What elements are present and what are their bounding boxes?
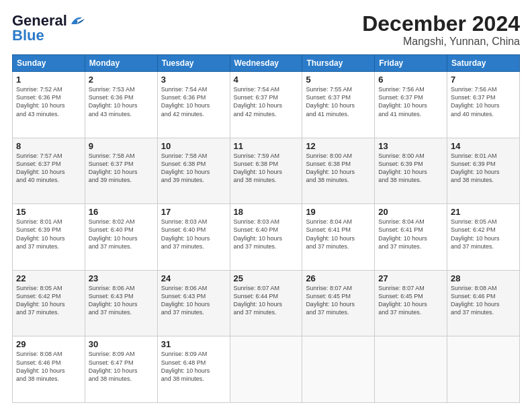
col-saturday: Saturday [447, 55, 520, 72]
table-row: 16Sunrise: 8:02 AMSunset: 6:40 PMDayligh… [85, 204, 157, 271]
table-row: 4Sunrise: 7:54 AMSunset: 6:37 PMDaylight… [230, 72, 302, 138]
day-number: 9 [89, 141, 154, 151]
day-number: 2 [89, 75, 154, 85]
day-info: Sunrise: 8:01 AMSunset: 6:39 PMDaylight:… [16, 218, 81, 250]
day-info: Sunrise: 8:04 AMSunset: 6:41 PMDaylight:… [378, 218, 443, 250]
col-sunday: Sunday [13, 55, 85, 72]
day-info: Sunrise: 8:04 AMSunset: 6:41 PMDaylight:… [306, 218, 371, 250]
table-row: 11Sunrise: 7:59 AMSunset: 6:38 PMDayligh… [230, 138, 302, 204]
table-row: 31Sunrise: 8:09 AMSunset: 6:48 PMDayligh… [157, 336, 230, 403]
table-row: 15Sunrise: 8:01 AMSunset: 6:39 PMDayligh… [13, 204, 85, 271]
day-number: 12 [306, 141, 371, 151]
day-number: 25 [234, 273, 299, 283]
day-info: Sunrise: 7:58 AMSunset: 6:37 PMDaylight:… [89, 152, 154, 185]
day-number: 10 [161, 141, 226, 151]
day-info: Sunrise: 8:08 AMSunset: 6:46 PMDaylight:… [16, 350, 81, 383]
day-number: 27 [378, 273, 443, 283]
day-number: 30 [89, 339, 154, 349]
table-row [230, 336, 302, 403]
day-info: Sunrise: 8:09 AMSunset: 6:47 PMDaylight:… [89, 350, 154, 383]
header: General Blue December 2024 Mangshi, Yunn… [12, 12, 520, 48]
logo: General Blue [12, 12, 85, 44]
day-info: Sunrise: 7:54 AMSunset: 6:36 PMDaylight:… [161, 85, 226, 118]
table-row: 30Sunrise: 8:09 AMSunset: 6:47 PMDayligh… [85, 336, 157, 403]
day-number: 26 [306, 273, 371, 283]
table-row: 25Sunrise: 8:07 AMSunset: 6:44 PMDayligh… [230, 270, 302, 336]
day-number: 29 [16, 339, 81, 349]
day-info: Sunrise: 7:53 AMSunset: 6:36 PMDaylight:… [89, 85, 154, 118]
table-row [302, 336, 375, 403]
table-row [447, 336, 520, 403]
table-row [375, 336, 447, 403]
day-info: Sunrise: 7:52 AMSunset: 6:36 PMDaylight:… [16, 85, 81, 118]
day-info: Sunrise: 8:01 AMSunset: 6:39 PMDaylight:… [451, 152, 516, 185]
page: General Blue December 2024 Mangshi, Yunn… [0, 0, 532, 411]
day-number: 22 [16, 273, 81, 283]
day-info: Sunrise: 8:05 AMSunset: 6:42 PMDaylight:… [451, 218, 516, 250]
table-row: 19Sunrise: 8:04 AMSunset: 6:41 PMDayligh… [302, 204, 375, 271]
day-number: 5 [306, 75, 371, 85]
day-number: 18 [234, 207, 299, 217]
day-number: 28 [451, 273, 516, 283]
calendar-week-row: 22Sunrise: 8:05 AMSunset: 6:42 PMDayligh… [13, 270, 520, 336]
table-row: 8Sunrise: 7:57 AMSunset: 6:37 PMDaylight… [13, 138, 85, 204]
day-number: 24 [161, 273, 226, 283]
col-thursday: Thursday [302, 55, 375, 72]
table-row: 2Sunrise: 7:53 AMSunset: 6:36 PMDaylight… [85, 72, 157, 138]
table-row: 3Sunrise: 7:54 AMSunset: 6:36 PMDaylight… [157, 72, 230, 138]
calendar-week-row: 1Sunrise: 7:52 AMSunset: 6:36 PMDaylight… [13, 72, 520, 138]
day-info: Sunrise: 8:07 AMSunset: 6:45 PMDaylight:… [306, 284, 371, 317]
table-row: 18Sunrise: 8:03 AMSunset: 6:40 PMDayligh… [230, 204, 302, 271]
table-row: 17Sunrise: 8:03 AMSunset: 6:40 PMDayligh… [157, 204, 230, 271]
day-number: 3 [161, 75, 226, 85]
day-number: 8 [16, 141, 81, 151]
table-row: 13Sunrise: 8:00 AMSunset: 6:39 PMDayligh… [375, 138, 447, 204]
day-number: 7 [451, 75, 516, 85]
day-info: Sunrise: 7:56 AMSunset: 6:37 PMDaylight:… [378, 85, 443, 118]
day-number: 20 [378, 207, 443, 217]
title-block: December 2024 Mangshi, Yunnan, China [362, 12, 520, 48]
day-number: 13 [378, 141, 443, 151]
calendar-header-row: Sunday Monday Tuesday Wednesday Thursday… [13, 55, 520, 72]
location-subtitle: Mangshi, Yunnan, China [362, 36, 520, 48]
table-row: 1Sunrise: 7:52 AMSunset: 6:36 PMDaylight… [13, 72, 85, 138]
day-number: 6 [378, 75, 443, 85]
table-row: 22Sunrise: 8:05 AMSunset: 6:42 PMDayligh… [13, 270, 85, 336]
day-info: Sunrise: 8:03 AMSunset: 6:40 PMDaylight:… [161, 218, 226, 250]
table-row: 14Sunrise: 8:01 AMSunset: 6:39 PMDayligh… [447, 138, 520, 204]
table-row: 23Sunrise: 8:06 AMSunset: 6:43 PMDayligh… [85, 270, 157, 336]
day-number: 11 [234, 141, 299, 151]
calendar-table: Sunday Monday Tuesday Wednesday Thursday… [12, 54, 520, 403]
day-number: 15 [16, 207, 81, 217]
day-number: 1 [16, 75, 81, 85]
table-row: 24Sunrise: 8:06 AMSunset: 6:43 PMDayligh… [157, 270, 230, 336]
col-tuesday: Tuesday [157, 55, 230, 72]
table-row: 9Sunrise: 7:58 AMSunset: 6:37 PMDaylight… [85, 138, 157, 204]
table-row: 28Sunrise: 8:08 AMSunset: 6:46 PMDayligh… [447, 270, 520, 336]
day-number: 21 [451, 207, 516, 217]
day-info: Sunrise: 8:06 AMSunset: 6:43 PMDaylight:… [89, 284, 154, 317]
day-info: Sunrise: 8:00 AMSunset: 6:39 PMDaylight:… [378, 152, 443, 185]
table-row: 6Sunrise: 7:56 AMSunset: 6:37 PMDaylight… [375, 72, 447, 138]
day-info: Sunrise: 8:00 AMSunset: 6:38 PMDaylight:… [306, 152, 371, 185]
col-wednesday: Wednesday [230, 55, 302, 72]
day-info: Sunrise: 8:06 AMSunset: 6:43 PMDaylight:… [161, 284, 226, 317]
day-info: Sunrise: 8:03 AMSunset: 6:40 PMDaylight:… [234, 218, 299, 250]
table-row: 5Sunrise: 7:55 AMSunset: 6:37 PMDaylight… [302, 72, 375, 138]
day-info: Sunrise: 7:55 AMSunset: 6:37 PMDaylight:… [306, 85, 371, 118]
table-row: 21Sunrise: 8:05 AMSunset: 6:42 PMDayligh… [447, 204, 520, 271]
day-info: Sunrise: 7:56 AMSunset: 6:37 PMDaylight:… [451, 85, 516, 118]
day-info: Sunrise: 7:58 AMSunset: 6:38 PMDaylight:… [161, 152, 226, 185]
day-number: 19 [306, 207, 371, 217]
day-info: Sunrise: 8:07 AMSunset: 6:44 PMDaylight:… [234, 284, 299, 317]
day-number: 17 [161, 207, 226, 217]
day-info: Sunrise: 8:05 AMSunset: 6:42 PMDaylight:… [16, 284, 81, 317]
table-row: 7Sunrise: 7:56 AMSunset: 6:37 PMDaylight… [447, 72, 520, 138]
table-row: 27Sunrise: 8:07 AMSunset: 6:45 PMDayligh… [375, 270, 447, 336]
day-info: Sunrise: 8:07 AMSunset: 6:45 PMDaylight:… [378, 284, 443, 317]
table-row: 26Sunrise: 8:07 AMSunset: 6:45 PMDayligh… [302, 270, 375, 336]
table-row: 29Sunrise: 8:08 AMSunset: 6:46 PMDayligh… [13, 336, 85, 403]
day-info: Sunrise: 7:54 AMSunset: 6:37 PMDaylight:… [234, 85, 299, 118]
day-number: 23 [89, 273, 154, 283]
col-friday: Friday [375, 55, 447, 72]
